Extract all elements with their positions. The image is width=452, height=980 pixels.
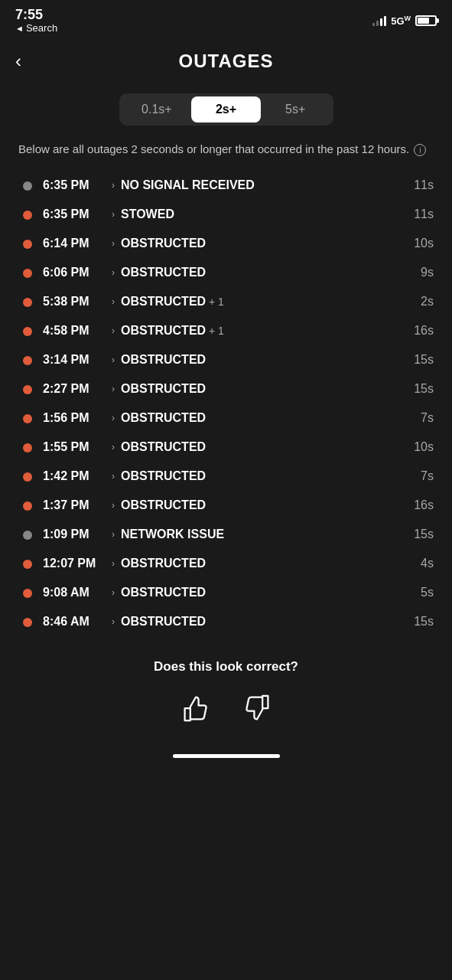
dot-container	[18, 266, 37, 279]
home-bar	[173, 754, 280, 758]
status-search[interactable]: Search	[15, 22, 57, 34]
dot-container	[18, 586, 37, 599]
outage-time: 2:27 PM	[43, 382, 112, 396]
description: Below are all outages 2 seconds or longe…	[0, 141, 452, 171]
list-item[interactable]: 6:14 PM›OBSTRUCTED10s	[12, 229, 440, 258]
outage-time: 1:56 PM	[43, 411, 112, 425]
dot-container	[18, 353, 37, 367]
status-dot	[23, 414, 32, 423]
list-item[interactable]: 6:06 PM›OBSTRUCTED9s	[12, 258, 440, 287]
outage-duration: 15s	[406, 382, 434, 396]
dot-container	[18, 440, 37, 454]
outage-type: OBSTRUCTED + 1	[121, 324, 406, 338]
header: ‹ OUTAGES	[0, 38, 452, 81]
outages-list: 6:35 PM›NO SIGNAL RECEIVED11s6:35 PM›STO…	[0, 171, 452, 636]
list-item[interactable]: 12:07 PM›OBSTRUCTED4s	[12, 549, 440, 578]
dot-container	[18, 557, 37, 570]
status-dot	[23, 240, 32, 249]
outage-type: OBSTRUCTED	[121, 586, 406, 599]
outage-time: 1:09 PM	[43, 528, 112, 541]
status-dot	[23, 181, 32, 191]
outage-time: 9:08 AM	[43, 586, 112, 599]
thumbs-up-button[interactable]	[177, 690, 214, 727]
status-dot	[23, 618, 32, 627]
list-item[interactable]: 1:42 PM›OBSTRUCTED7s	[12, 462, 440, 491]
network-type: 5GW	[391, 15, 411, 27]
outage-type: NO SIGNAL RECEIVED	[121, 178, 406, 192]
list-item[interactable]: 6:35 PM›NO SIGNAL RECEIVED11s	[12, 171, 440, 200]
battery-icon	[415, 15, 437, 26]
dot-container	[18, 324, 37, 338]
list-item[interactable]: 1:56 PM›OBSTRUCTED7s	[12, 403, 440, 433]
list-item[interactable]: 2:27 PM›OBSTRUCTED15s	[12, 374, 440, 403]
chevron-right-icon: ›	[112, 325, 115, 336]
list-item[interactable]: 5:38 PM›OBSTRUCTED + 12s	[12, 287, 440, 316]
chevron-right-icon: ›	[112, 471, 115, 482]
outage-time: 1:42 PM	[43, 469, 112, 483]
dot-container	[18, 411, 37, 425]
status-left: 7:55 Search	[15, 8, 57, 34]
dot-container	[18, 207, 37, 221]
outage-duration: 5s	[406, 586, 434, 599]
status-right: 5GW	[372, 15, 437, 27]
outage-duration: 11s	[406, 178, 434, 192]
outage-time: 6:06 PM	[43, 266, 112, 279]
list-item[interactable]: 1:09 PM›NETWORK ISSUE15s	[12, 520, 440, 549]
chevron-right-icon: ›	[112, 500, 115, 511]
feedback-icons	[15, 690, 437, 727]
info-icon[interactable]: i	[414, 144, 426, 156]
status-dot	[23, 560, 32, 569]
outage-type: OBSTRUCTED	[121, 382, 406, 396]
list-item[interactable]: 9:08 AM›OBSTRUCTED5s	[12, 578, 440, 607]
status-bar: 7:55 Search 5GW	[0, 0, 452, 38]
outage-type: OBSTRUCTED	[121, 237, 406, 250]
outage-duration: 2s	[406, 295, 434, 309]
outage-type: OBSTRUCTED	[121, 498, 406, 512]
signal-icon	[372, 15, 386, 26]
list-item[interactable]: 3:14 PM›OBSTRUCTED15s	[12, 345, 440, 374]
home-indicator	[0, 742, 452, 767]
thumbs-down-button[interactable]	[239, 690, 275, 727]
chevron-right-icon: ›	[112, 354, 115, 365]
list-item[interactable]: 4:58 PM›OBSTRUCTED + 116s	[12, 316, 440, 345]
outage-type: OBSTRUCTED	[121, 469, 406, 483]
filter-tab-5s[interactable]: 5s+	[261, 96, 330, 122]
outage-time: 6:35 PM	[43, 207, 112, 221]
dot-container	[18, 178, 37, 192]
chevron-right-icon: ›	[112, 209, 115, 220]
dot-container	[18, 615, 37, 629]
chevron-right-icon: ›	[112, 442, 115, 452]
dot-container	[18, 237, 37, 250]
filter-tab-2s[interactable]: 2s+	[191, 96, 261, 122]
list-item[interactable]: 6:35 PM›STOWED11s	[12, 200, 440, 229]
outage-type: OBSTRUCTED	[121, 615, 406, 629]
outage-duration: 15s	[406, 353, 434, 367]
status-dot	[23, 356, 32, 365]
outage-duration: 16s	[406, 324, 434, 338]
dot-container	[18, 469, 37, 483]
back-button[interactable]: ‹	[15, 51, 21, 72]
list-item[interactable]: 1:37 PM›OBSTRUCTED16s	[12, 491, 440, 520]
dot-container	[18, 382, 37, 396]
outage-duration: 4s	[406, 557, 434, 570]
outage-time: 4:58 PM	[43, 324, 112, 338]
outage-duration: 11s	[406, 207, 434, 221]
dot-container	[18, 498, 37, 512]
filter-tab-01s[interactable]: 0.1s+	[122, 96, 192, 122]
chevron-right-icon: ›	[112, 384, 115, 394]
list-item[interactable]: 1:55 PM›OBSTRUCTED10s	[12, 433, 440, 462]
outage-type: OBSTRUCTED	[121, 266, 406, 279]
chevron-right-icon: ›	[112, 558, 115, 569]
status-dot	[23, 501, 32, 511]
chevron-right-icon: ›	[112, 267, 115, 278]
dot-container	[18, 295, 37, 309]
outage-type: OBSTRUCTED	[121, 353, 406, 367]
outage-time: 5:38 PM	[43, 295, 112, 309]
status-dot	[23, 531, 32, 540]
list-item[interactable]: 8:46 AM›OBSTRUCTED15s	[12, 607, 440, 636]
filter-tabs: 0.1s+ 2s+ 5s+	[119, 93, 333, 126]
chevron-right-icon: ›	[112, 180, 115, 191]
status-dot	[23, 472, 32, 482]
outage-duration: 15s	[406, 615, 434, 629]
chevron-right-icon: ›	[112, 238, 115, 249]
